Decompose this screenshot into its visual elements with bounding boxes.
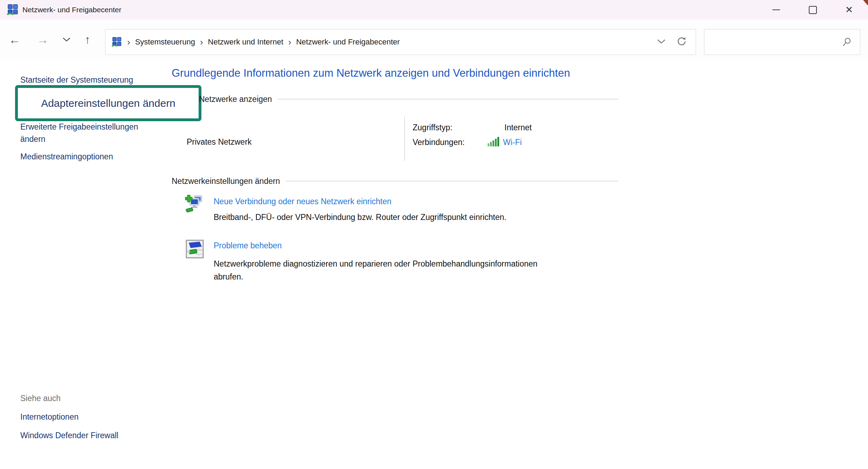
back-icon: ← bbox=[9, 33, 21, 47]
network-center-icon bbox=[7, 4, 19, 16]
breadcrumb-separator: › bbox=[127, 37, 130, 47]
refresh-button[interactable] bbox=[676, 36, 687, 48]
sidebar-item-advanced-sharing-settings[interactable]: Erweiterte Freigabeeinstellungen ändern bbox=[20, 121, 146, 145]
see-also-header: Siehe auch bbox=[20, 394, 61, 403]
vertical-divider bbox=[404, 117, 405, 161]
navigation-toolbar: ← → ↑ › Systemsteuerung › Netzwerk und I… bbox=[0, 20, 868, 60]
chevron-down-icon bbox=[63, 37, 70, 42]
page-title: Grundlegende Informationen zum Netzwerk … bbox=[172, 67, 570, 80]
sidebar-item-windows-defender-firewall[interactable]: Windows Defender Firewall bbox=[20, 430, 118, 440]
breadcrumb-systemsteuerung[interactable]: Systemsteuerung bbox=[135, 37, 195, 47]
search-input[interactable] bbox=[709, 32, 840, 53]
title-bar: Netzwerk- und Freigabecenter ✕ bbox=[0, 0, 868, 20]
section-rule bbox=[285, 181, 619, 181]
maximize-button[interactable] bbox=[794, 0, 831, 20]
section-change-settings-header: Netzwerkeinstellungen ändern bbox=[172, 176, 619, 186]
connections-label: Verbindungen: bbox=[413, 138, 464, 147]
chevron-down-icon bbox=[657, 39, 666, 44]
refresh-icon bbox=[676, 36, 687, 47]
troubleshoot-description: Netzwerkprobleme diagnostizieren und rep… bbox=[214, 257, 566, 283]
section-title: Netzwerkeinstellungen ändern bbox=[172, 177, 280, 186]
corner-artifact bbox=[863, 0, 868, 6]
breadcrumb-separator: › bbox=[288, 37, 291, 47]
new-connection-link[interactable]: Neue Verbindung oder neues Netzwerk einr… bbox=[214, 197, 392, 206]
back-button[interactable]: ← bbox=[4, 20, 25, 60]
up-icon: ↑ bbox=[85, 33, 90, 46]
access-type-label: Zugriffstyp: bbox=[413, 123, 452, 132]
new-connection-description: Breitband-, DFÜ- oder VPN-Verbindung bzw… bbox=[214, 213, 507, 222]
maximize-icon bbox=[809, 6, 817, 14]
breadcrumb-current-page[interactable]: Netzwerk- und Freigabecenter bbox=[296, 37, 400, 47]
troubleshoot-icon[interactable] bbox=[186, 240, 204, 258]
section-rule bbox=[277, 99, 619, 99]
address-dropdown-button[interactable] bbox=[657, 39, 666, 46]
breadcrumb-app-icon[interactable] bbox=[112, 37, 122, 47]
wifi-signal-icon bbox=[488, 137, 501, 147]
sidebar-item-internet-options[interactable]: Internetoptionen bbox=[20, 412, 78, 422]
access-type-value: Internet bbox=[504, 123, 532, 132]
sidebar-item-media-streaming-options[interactable]: Medienstreamingoptionen bbox=[20, 152, 113, 161]
address-bar[interactable]: › Systemsteuerung › Netzwerk und Interne… bbox=[105, 29, 696, 55]
minimize-button[interactable] bbox=[758, 0, 794, 20]
recent-pages-button[interactable] bbox=[56, 20, 77, 60]
breadcrumb-netzwerk-und-internet[interactable]: Netzwerk und Internet bbox=[208, 37, 283, 47]
network-sharing-center-window: Netzwerk- und Freigabecenter ✕ ← → ↑ › S… bbox=[0, 0, 868, 469]
troubleshoot-link[interactable]: Probleme beheben bbox=[214, 241, 282, 250]
network-name: Privates Netzwerk bbox=[187, 137, 252, 147]
section-view-networks-header: Netzwerke anzeigen bbox=[199, 94, 619, 104]
close-icon: ✕ bbox=[845, 5, 853, 15]
minimize-icon bbox=[772, 9, 780, 10]
new-connection-icon[interactable] bbox=[184, 193, 204, 213]
search-box bbox=[704, 29, 860, 55]
wifi-connection-link[interactable]: Wi-Fi bbox=[503, 138, 522, 147]
sidebar-item-control-panel-home[interactable]: Startseite der Systemsteuerung bbox=[20, 75, 133, 85]
window-title: Netzwerk- und Freigabecenter bbox=[22, 0, 121, 20]
sidebar-item-change-adapter-settings[interactable]: Adaptereinstellungen ändern bbox=[41, 97, 175, 109]
nav-buttons: ← → ↑ bbox=[0, 20, 105, 60]
breadcrumb-separator: › bbox=[200, 37, 203, 47]
forward-button[interactable]: → bbox=[32, 20, 53, 60]
forward-icon: → bbox=[37, 33, 49, 47]
search-icon[interactable] bbox=[842, 37, 852, 48]
up-button[interactable]: ↑ bbox=[77, 20, 98, 60]
close-button[interactable]: ✕ bbox=[831, 0, 867, 20]
highlight-annotation-box: Adaptereinstellungen ändern bbox=[15, 85, 201, 121]
section-title: Netzwerke anzeigen bbox=[199, 95, 272, 104]
